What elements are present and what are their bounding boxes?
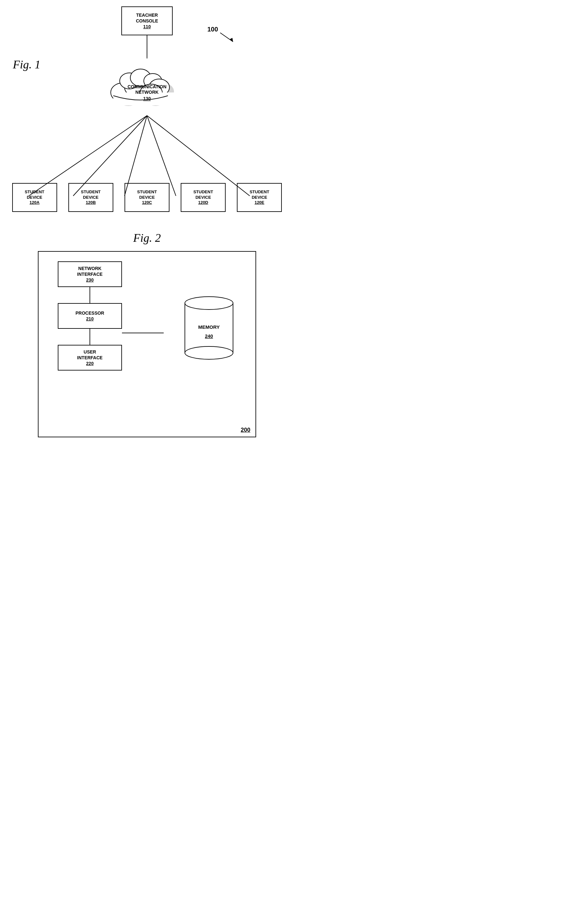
student-device-120d-l2: DEVICE <box>196 195 211 200</box>
fig1-section: Fig. 1 100 TEACHER CONSOLE 110 <box>0 0 294 225</box>
student-device-120c: STUDENT DEVICE 120C <box>125 183 170 212</box>
student-device-120c-l2: DEVICE <box>139 195 155 200</box>
proc-ui-connector <box>90 329 90 345</box>
memory-cylinder: MEMORY 240 <box>182 290 236 365</box>
student-device-120d: STUDENT DEVICE 120D <box>181 183 225 212</box>
network-interface-label-l1: NETWORK <box>78 266 102 271</box>
svg-text:MEMORY: MEMORY <box>198 324 220 330</box>
teacher-console-label-line2: CONSOLE <box>136 18 158 24</box>
student-device-120b-l1: STUDENT <box>81 190 100 195</box>
svg-text:COMMUNICATION: COMMUNICATION <box>127 84 166 89</box>
processor-box: PROCESSOR 210 <box>58 303 122 329</box>
teacher-console-label-line1: TEACHER <box>136 12 158 18</box>
user-interface-label-l1: USER <box>84 349 96 355</box>
network-interface-box: NETWORK INTERFACE 230 <box>58 261 122 287</box>
student-devices-row: STUDENT DEVICE 120A STUDENT DEVICE 120B … <box>0 183 294 212</box>
teacher-console-ref: 110 <box>143 24 151 29</box>
student-device-120e: STUDENT DEVICE 120E <box>237 183 282 212</box>
fig2-outer-ref: 200 <box>241 427 250 434</box>
student-device-120b-l2: DEVICE <box>83 195 99 200</box>
svg-point-28 <box>185 297 233 309</box>
svg-text:NETWORK: NETWORK <box>136 90 159 95</box>
fig2-left-column: NETWORK INTERFACE 230 PROCESSOR 210 USER… <box>58 261 122 371</box>
communication-network-cloud: COMMUNICATION NETWORK 130 <box>105 58 189 116</box>
user-interface-box: USER INTERFACE 220 <box>58 345 122 371</box>
student-device-120a-ref: 120A <box>29 200 40 205</box>
student-device-120c-l1: STUDENT <box>137 190 157 195</box>
user-interface-label-l2: INTERFACE <box>77 355 102 361</box>
fig1-label: Fig. 1 <box>13 58 40 71</box>
fig1-reference-number: 100 <box>207 26 239 46</box>
teacher-cloud-connector <box>147 36 147 59</box>
student-device-120a-l1: STUDENT <box>25 190 44 195</box>
student-device-120d-ref: 120D <box>198 200 208 205</box>
student-device-120e-l1: STUDENT <box>250 190 269 195</box>
network-interface-label-l2: INTERFACE <box>77 271 102 277</box>
user-interface-ref: 220 <box>86 361 93 366</box>
processor-ref: 210 <box>86 316 93 322</box>
fig2-label: Fig. 2 <box>0 231 294 245</box>
student-device-120c-ref: 120C <box>142 200 152 205</box>
teacher-console-box: TEACHER CONSOLE 110 <box>121 6 173 36</box>
fig2-section: Fig. 2 NETWORK INTERFACE 230 PROCESSOR 2… <box>0 225 294 444</box>
student-device-120b: STUDENT DEVICE 120B <box>68 183 113 212</box>
proc-memory-connector <box>122 333 164 333</box>
student-device-120e-ref: 120E <box>255 200 264 205</box>
svg-line-1 <box>220 33 233 42</box>
processor-label: PROCESSOR <box>76 310 104 316</box>
student-device-120a-l2: DEVICE <box>27 195 42 200</box>
student-device-120b-ref: 120B <box>86 200 96 205</box>
svg-text:240: 240 <box>205 333 213 339</box>
svg-text:130: 130 <box>143 96 151 101</box>
network-interface-ref: 230 <box>86 277 93 283</box>
svg-point-27 <box>185 346 233 359</box>
student-device-120e-l2: DEVICE <box>252 195 267 200</box>
fig2-outer-box: NETWORK INTERFACE 230 PROCESSOR 210 USER… <box>38 251 256 437</box>
student-device-120d-l1: STUDENT <box>193 190 213 195</box>
svg-text:100: 100 <box>207 26 218 33</box>
student-device-120a: STUDENT DEVICE 120A <box>12 183 57 212</box>
ni-proc-connector <box>90 287 90 303</box>
